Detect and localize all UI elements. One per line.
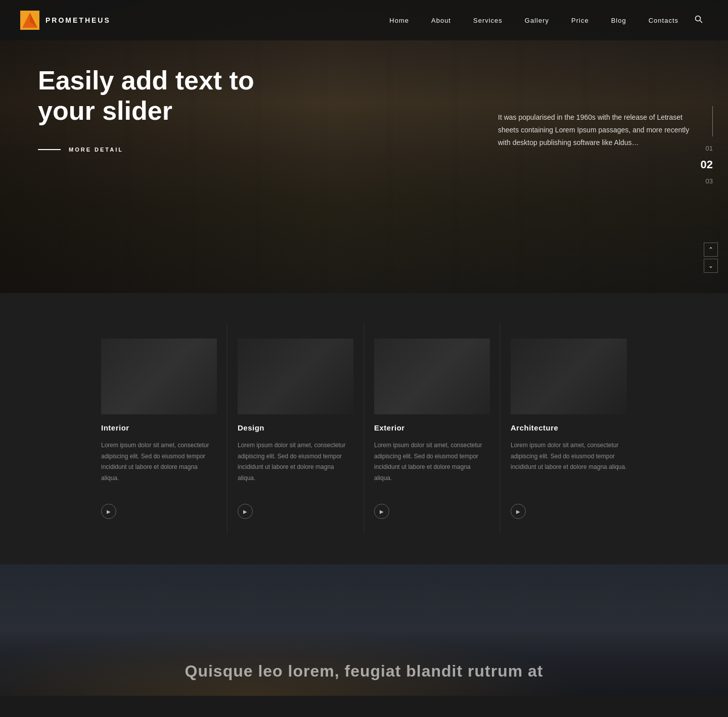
service-image-architecture [511,339,627,414]
service-desc-interior: Lorem ipsum dolor sit amet, consectetur … [101,440,217,484]
arrow-right-icon-3: ▶ [380,509,384,514]
service-image-interior [101,339,217,414]
slide-arrows: ⌃ ⌄ [704,243,718,273]
brand-name: PROMETHEUS [46,16,111,24]
promo-heading: Quisque leo lorem, feugiat blandit rutru… [185,662,543,681]
service-card-exterior: Exterior Lorem ipsum dolor sit amet, con… [364,323,500,534]
cta-line [38,149,61,150]
hero-description: It was popularised in the 1960s with the… [498,111,690,150]
hero-content: Easily add text to your slider MORE DETA… [0,0,728,293]
slide-num-3[interactable]: 03 [706,175,713,187]
service-link-interior[interactable]: ▶ [101,504,116,519]
nav-home[interactable]: Home [378,17,420,24]
site-header: PROMETHEUS Home About Services Gallery P… [0,0,728,40]
service-card-design: Design Lorem ipsum dolor sit amet, conse… [228,323,364,534]
nav-services[interactable]: Services [462,17,514,24]
promo-section: Quisque leo lorem, feugiat blandit rutru… [0,564,728,696]
nav-gallery[interactable]: Gallery [514,17,560,24]
arrow-right-icon: ▶ [107,509,111,514]
promo-text: Quisque leo lorem, feugiat blandit rutru… [185,662,543,681]
service-title-exterior: Exterior [374,423,405,432]
logo-icon [20,11,39,30]
service-link-architecture[interactable]: ▶ [511,504,526,519]
nav-about[interactable]: About [420,17,462,24]
services-section: Interior Lorem ipsum dolor sit amet, con… [0,293,728,564]
arrow-right-icon-2: ▶ [243,509,247,514]
hero-right: It was popularised in the 1960s with the… [498,66,690,150]
main-nav: Home About Services Gallery Price Blog C… [378,15,708,25]
nav-contacts[interactable]: Contacts [638,17,690,24]
slide-next-button[interactable]: ⌄ [704,259,718,273]
slide-line [712,106,713,136]
service-title-design: Design [238,423,264,432]
services-grid: Interior Lorem ipsum dolor sit amet, con… [91,323,637,534]
cta-label[interactable]: MORE DETAIL [69,147,123,153]
service-title-interior: Interior [101,423,129,432]
hero-cta[interactable]: MORE DETAIL [38,147,281,153]
service-card-interior: Interior Lorem ipsum dolor sit amet, con… [91,323,228,534]
hero-heading: Easily add text to your slider [38,66,281,126]
service-card-architecture: Architecture Lorem ipsum dolor sit amet,… [500,323,637,534]
service-image-design [238,339,353,414]
logo[interactable]: PROMETHEUS [20,11,111,30]
service-desc-architecture: Lorem ipsum dolor sit amet, consectetur … [511,440,627,473]
svg-point-3 [696,16,701,21]
service-title-architecture: Architecture [511,423,558,432]
service-link-exterior[interactable]: ▶ [374,504,389,519]
nav-price[interactable]: Price [560,17,600,24]
svg-line-4 [700,21,703,23]
hero-left: Easily add text to your slider MORE DETA… [38,66,281,153]
slide-num-1[interactable]: 01 [706,142,713,154]
promo-light [0,605,728,696]
slide-prev-button[interactable]: ⌃ [704,243,718,257]
hero-section: Easily add text to your slider MORE DETA… [0,0,728,293]
slide-num-2[interactable]: 02 [701,156,713,173]
search-button[interactable] [690,15,708,25]
arrow-right-icon-4: ▶ [516,509,520,514]
service-image-exterior [374,339,490,414]
nav-blog[interactable]: Blog [600,17,638,24]
slide-indicators: 01 02 03 [701,106,713,187]
service-desc-design: Lorem ipsum dolor sit amet, consectetur … [238,440,353,484]
service-link-design[interactable]: ▶ [238,504,253,519]
service-desc-exterior: Lorem ipsum dolor sit amet, consectetur … [374,440,490,484]
